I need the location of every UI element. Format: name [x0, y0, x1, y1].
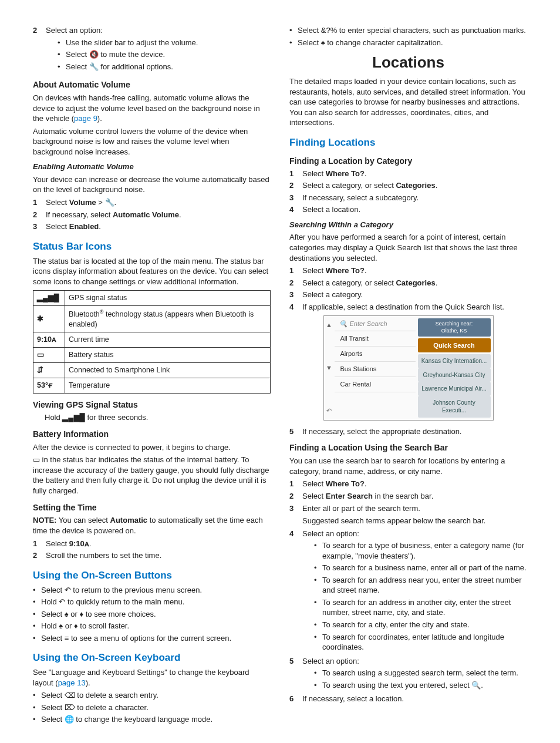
category-list-item[interactable]: Bus Stations: [335, 362, 416, 377]
step-text: Select a category, or select Categories.: [302, 180, 527, 191]
step-number: 4: [289, 204, 298, 215]
up-arrow-icon: ▲: [326, 321, 332, 330]
list-item: Select ≡ to see a menu of options for th…: [33, 633, 271, 644]
status-icon-glyph: ⇵: [33, 362, 65, 378]
paragraph: After you have performed a search for a …: [289, 232, 527, 263]
heading-viewing-gps: Viewing GPS Signal Status: [33, 399, 271, 411]
heading-setting-time: Setting the Time: [33, 502, 271, 513]
category-list-item[interactable]: Airports: [335, 347, 416, 362]
list-item: To search for a type of business, enter …: [314, 540, 527, 561]
step-text: Select Enter Search in the search bar.: [302, 491, 527, 502]
step-text: If necessary, select a subcategory.: [302, 193, 527, 203]
step-number: 2: [33, 550, 41, 561]
quick-search-destination[interactable]: Johnson County Executi...: [418, 396, 491, 418]
searching-near-badge[interactable]: Searching near: Olathe, KS: [418, 318, 491, 336]
step-number: 3: [289, 290, 298, 300]
option-item: Select 🔇 to mute the device.: [58, 49, 271, 60]
heading-finding-locations: Finding Locations: [289, 136, 527, 150]
search-bar[interactable]: 🔍 Enter Search: [335, 317, 416, 331]
signal-bars-icon: ▂▄▆█: [62, 413, 85, 422]
category-list-item[interactable]: All Transit: [335, 331, 416, 347]
list-item: Select ♠ to change character capitalizat…: [289, 38, 527, 48]
step-number: 5: [289, 426, 298, 437]
page-link[interactable]: page 9: [74, 114, 97, 123]
paragraph: You can use the search bar to search for…: [289, 456, 527, 476]
step-number: 3: [289, 503, 298, 514]
quick-search-destination[interactable]: Kansas City Internation...: [418, 354, 491, 368]
heading-using-search-bar: Finding a Location Using the Search Bar: [289, 442, 527, 453]
list-item: To search for an address in another city…: [314, 597, 527, 618]
heading-battery-info: Battery Information: [33, 429, 271, 440]
step-text: If applicable, select a destination from…: [302, 302, 527, 312]
page-link[interactable]: page 13: [58, 678, 86, 687]
status-icon-glyph: 9:10ᴀ: [33, 332, 65, 348]
paragraph: The detailed maps loaded in your device …: [289, 76, 527, 128]
quick-search-button[interactable]: Quick Search: [418, 338, 491, 353]
step-number: 2: [33, 25, 41, 36]
paragraph: After the device is connected to power, …: [33, 442, 271, 453]
category-list-item[interactable]: Car Rental: [335, 377, 416, 392]
status-icon-glyph: ✱: [33, 306, 65, 332]
left-column: 2 Select an option: Use the slider bar t…: [33, 23, 271, 727]
back-arrow-icon: ↶: [326, 406, 332, 415]
option-item: Select 🔧 for additional options.: [58, 62, 271, 72]
step-text: Select Volume > 🔧.: [46, 197, 271, 208]
step-text: If necessary, select a location.: [302, 694, 404, 703]
device-screenshot: ▲ ▼ ↶ 🔍 Enter Search All TransitAirports…: [323, 315, 494, 421]
step-number: 1: [289, 265, 298, 276]
step-text: If necessary, select the appropriate des…: [302, 427, 461, 436]
status-icon-desc: Connected to Smartphone Link: [65, 362, 271, 378]
list-item: Select ⌦ to delete a character.: [33, 702, 271, 713]
status-icon-glyph: ▂▄▆█: [33, 291, 65, 306]
step-number: 6: [289, 694, 298, 704]
right-column: Select &?% to enter special characters, …: [289, 23, 527, 727]
heading-on-screen-buttons: Using the On-Screen Buttons: [33, 569, 271, 583]
status-icon-desc: Bluetooth® technology status (appears wh…: [65, 306, 271, 332]
paragraph: On devices with hands-free calling, auto…: [33, 93, 271, 124]
list-item: Select 🌐 to change the keyboard language…: [33, 714, 271, 725]
step-number: 2: [289, 278, 298, 288]
step-text: Select Where To?.: [302, 479, 527, 489]
status-icon-desc: GPS signal status: [65, 291, 271, 306]
status-icon-desc: Temperature: [65, 378, 271, 393]
paragraph: Hold ▂▄▆█ for three seconds.: [45, 412, 271, 423]
heading-on-screen-keyboard: Using the On-Screen Keyboard: [33, 651, 271, 665]
down-arrow-icon: ▼: [326, 364, 332, 372]
heading-status-bar-icons: Status Bar Icons: [33, 240, 271, 254]
step-text: Select an option:: [302, 657, 359, 665]
step-number: 1: [289, 479, 298, 489]
paragraph: ▭ in the status bar indicates the status…: [33, 455, 271, 496]
step-number: 5: [289, 656, 298, 667]
option-item: Use the slider bar to adjust the volume.: [58, 38, 271, 48]
step-number: 4: [289, 529, 298, 539]
quick-search-destination[interactable]: Greyhound-Kansas City: [418, 368, 491, 382]
step-text: Select an option:: [302, 529, 359, 538]
quick-search-destination[interactable]: Lawrence Municipal Air...: [418, 382, 491, 396]
list-item: Hold ↶ to quickly return to the main men…: [33, 597, 271, 607]
status-icon-glyph: 53°ғ: [33, 378, 65, 393]
step-text: Select a category.: [302, 290, 527, 300]
heading-enabling-automatic-volume: Enabling Automatic Volume: [33, 162, 271, 172]
paragraph: Your device can increase or decrease the…: [33, 174, 271, 195]
list-item: Select &?% to enter special characters, …: [289, 25, 527, 36]
heading-about-automatic-volume: About Automatic Volume: [33, 79, 271, 90]
step-number: 2: [33, 210, 41, 220]
step-number: 4: [289, 302, 298, 312]
step-text: Select Where To?.: [302, 265, 527, 276]
list-item: To search for a business name, enter all…: [314, 563, 527, 573]
search-icon: 🔍: [339, 320, 348, 328]
status-icon-desc: Current time: [65, 332, 271, 348]
step-number: 3: [289, 193, 298, 203]
step-text: If necessary, select Automatic Volume.: [46, 210, 271, 220]
step-text: Select a category, or select Categories.: [302, 278, 527, 288]
list-item: Select ⌫ to delete a search entry.: [33, 690, 271, 701]
status-icon-desc: Battery status: [65, 347, 271, 362]
step-number: 1: [33, 197, 41, 208]
paragraph: The status bar is located at the top of …: [33, 256, 271, 287]
step-text: Select an option:: [46, 26, 103, 35]
list-item: To search for coordinates, enter latitud…: [314, 632, 527, 653]
paragraph: See "Language and Keyboard Settings" to …: [33, 667, 271, 688]
paragraph: Automatic volume control lowers the volu…: [33, 126, 271, 157]
step-text: Scroll the numbers to set the time.: [46, 550, 271, 561]
step-text: Enter all or part of the search term.: [302, 503, 527, 514]
